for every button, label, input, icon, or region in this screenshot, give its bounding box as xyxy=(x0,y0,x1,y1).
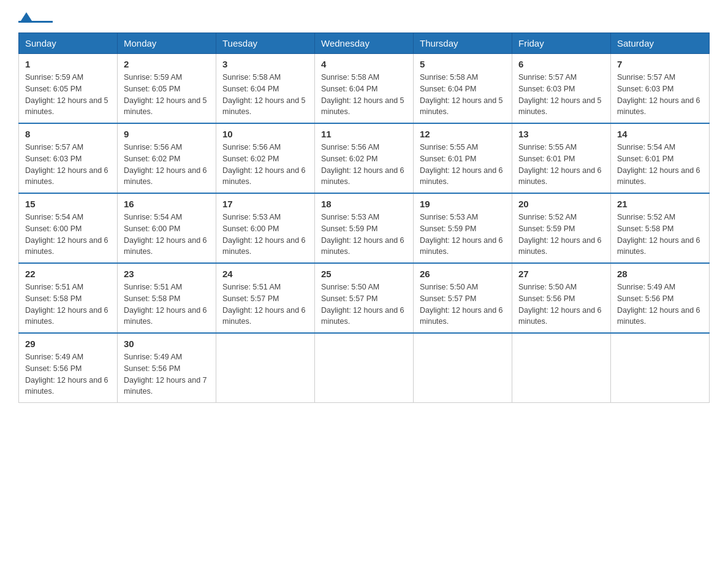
day-number: 3 xyxy=(222,59,308,69)
day-number: 19 xyxy=(420,199,506,209)
day-cell: 17 Sunrise: 5:53 AM Sunset: 6:00 PM Dayl… xyxy=(216,193,315,263)
day-number: 11 xyxy=(321,129,407,139)
day-number: 15 xyxy=(25,199,111,209)
logo xyxy=(18,12,55,23)
header-tuesday: Tuesday xyxy=(216,33,315,54)
day-number: 9 xyxy=(124,129,210,139)
header-saturday: Saturday xyxy=(611,33,710,54)
day-number: 7 xyxy=(617,59,703,69)
day-number: 1 xyxy=(25,59,111,69)
day-cell: 5 Sunrise: 5:58 AM Sunset: 6:04 PM Dayli… xyxy=(414,54,512,124)
day-cell: 23 Sunrise: 5:51 AM Sunset: 5:58 PM Dayl… xyxy=(118,263,216,333)
day-cell: 3 Sunrise: 5:58 AM Sunset: 6:04 PM Dayli… xyxy=(216,54,315,124)
day-info: Sunrise: 5:58 AM Sunset: 6:04 PM Dayligh… xyxy=(321,72,407,118)
day-number: 2 xyxy=(124,59,210,69)
day-cell: 22 Sunrise: 5:51 AM Sunset: 5:58 PM Dayl… xyxy=(19,263,118,333)
day-info: Sunrise: 5:49 AM Sunset: 5:56 PM Dayligh… xyxy=(25,351,111,397)
day-number: 8 xyxy=(25,129,111,139)
day-cell: 10 Sunrise: 5:56 AM Sunset: 6:02 PM Dayl… xyxy=(216,123,315,193)
day-cell: 8 Sunrise: 5:57 AM Sunset: 6:03 PM Dayli… xyxy=(19,123,118,193)
day-number: 16 xyxy=(124,199,210,209)
week-row-2: 8 Sunrise: 5:57 AM Sunset: 6:03 PM Dayli… xyxy=(19,123,710,193)
logo-underline xyxy=(18,21,53,23)
day-cell: 30 Sunrise: 5:49 AM Sunset: 5:56 PM Dayl… xyxy=(118,333,216,403)
day-cell: 28 Sunrise: 5:49 AM Sunset: 5:56 PM Dayl… xyxy=(611,263,710,333)
day-info: Sunrise: 5:56 AM Sunset: 6:02 PM Dayligh… xyxy=(321,142,407,188)
header-wednesday: Wednesday xyxy=(315,33,414,54)
day-number: 14 xyxy=(617,129,703,139)
day-info: Sunrise: 5:50 AM Sunset: 5:57 PM Dayligh… xyxy=(321,282,407,327)
day-cell: 12 Sunrise: 5:55 AM Sunset: 6:01 PM Dayl… xyxy=(414,123,512,193)
day-info: Sunrise: 5:50 AM Sunset: 5:56 PM Dayligh… xyxy=(518,282,604,327)
day-info: Sunrise: 5:57 AM Sunset: 6:03 PM Dayligh… xyxy=(617,72,703,118)
day-cell: 11 Sunrise: 5:56 AM Sunset: 6:02 PM Dayl… xyxy=(315,123,414,193)
day-info: Sunrise: 5:54 AM Sunset: 6:00 PM Dayligh… xyxy=(25,212,111,258)
day-number: 10 xyxy=(222,129,308,139)
day-cell: 19 Sunrise: 5:53 AM Sunset: 5:59 PM Dayl… xyxy=(414,193,512,263)
day-cell: 21 Sunrise: 5:52 AM Sunset: 5:58 PM Dayl… xyxy=(611,193,710,263)
page-header xyxy=(18,12,710,23)
day-cell: 1 Sunrise: 5:59 AM Sunset: 6:05 PM Dayli… xyxy=(19,54,118,124)
day-info: Sunrise: 5:54 AM Sunset: 6:01 PM Dayligh… xyxy=(617,142,703,188)
day-info: Sunrise: 5:53 AM Sunset: 5:59 PM Dayligh… xyxy=(321,212,407,258)
day-info: Sunrise: 5:51 AM Sunset: 5:58 PM Dayligh… xyxy=(124,282,210,327)
day-number: 24 xyxy=(222,269,308,279)
calendar-header: SundayMondayTuesdayWednesdayThursdayFrid… xyxy=(19,33,710,54)
day-number: 23 xyxy=(124,269,210,279)
day-number: 6 xyxy=(518,59,604,69)
day-cell: 7 Sunrise: 5:57 AM Sunset: 6:03 PM Dayli… xyxy=(611,54,710,124)
day-cell xyxy=(315,333,414,403)
day-cell: 9 Sunrise: 5:56 AM Sunset: 6:02 PM Dayli… xyxy=(118,123,216,193)
day-info: Sunrise: 5:51 AM Sunset: 5:57 PM Dayligh… xyxy=(222,282,308,327)
week-row-4: 22 Sunrise: 5:51 AM Sunset: 5:58 PM Dayl… xyxy=(19,263,710,333)
day-info: Sunrise: 5:50 AM Sunset: 5:57 PM Dayligh… xyxy=(420,282,506,327)
day-info: Sunrise: 5:55 AM Sunset: 6:01 PM Dayligh… xyxy=(518,142,604,188)
svg-marker-0 xyxy=(21,12,32,21)
day-number: 20 xyxy=(518,199,604,209)
day-info: Sunrise: 5:52 AM Sunset: 5:59 PM Dayligh… xyxy=(518,212,604,258)
day-cell: 6 Sunrise: 5:57 AM Sunset: 6:03 PM Dayli… xyxy=(512,54,611,124)
day-number: 30 xyxy=(124,339,210,349)
day-info: Sunrise: 5:49 AM Sunset: 5:56 PM Dayligh… xyxy=(124,351,210,397)
day-number: 13 xyxy=(518,129,604,139)
header-thursday: Thursday xyxy=(414,33,512,54)
day-info: Sunrise: 5:58 AM Sunset: 6:04 PM Dayligh… xyxy=(222,72,308,118)
day-info: Sunrise: 5:56 AM Sunset: 6:02 PM Dayligh… xyxy=(222,142,308,188)
day-cell: 14 Sunrise: 5:54 AM Sunset: 6:01 PM Dayl… xyxy=(611,123,710,193)
day-info: Sunrise: 5:57 AM Sunset: 6:03 PM Dayligh… xyxy=(518,72,604,118)
day-cell: 26 Sunrise: 5:50 AM Sunset: 5:57 PM Dayl… xyxy=(414,263,512,333)
calendar-table: SundayMondayTuesdayWednesdayThursdayFrid… xyxy=(18,33,710,403)
day-info: Sunrise: 5:57 AM Sunset: 6:03 PM Dayligh… xyxy=(25,142,111,188)
day-number: 29 xyxy=(25,339,111,349)
calendar-body: 1 Sunrise: 5:59 AM Sunset: 6:05 PM Dayli… xyxy=(19,54,710,403)
day-number: 17 xyxy=(222,199,308,209)
header-row: SundayMondayTuesdayWednesdayThursdayFrid… xyxy=(19,33,710,54)
week-row-1: 1 Sunrise: 5:59 AM Sunset: 6:05 PM Dayli… xyxy=(19,54,710,124)
day-cell: 20 Sunrise: 5:52 AM Sunset: 5:59 PM Dayl… xyxy=(512,193,611,263)
week-row-3: 15 Sunrise: 5:54 AM Sunset: 6:00 PM Dayl… xyxy=(19,193,710,263)
header-monday: Monday xyxy=(118,33,216,54)
day-cell: 13 Sunrise: 5:55 AM Sunset: 6:01 PM Dayl… xyxy=(512,123,611,193)
day-cell xyxy=(414,333,512,403)
day-cell xyxy=(216,333,315,403)
day-cell: 29 Sunrise: 5:49 AM Sunset: 5:56 PM Dayl… xyxy=(19,333,118,403)
day-number: 12 xyxy=(420,129,506,139)
day-info: Sunrise: 5:53 AM Sunset: 5:59 PM Dayligh… xyxy=(420,212,506,258)
day-number: 28 xyxy=(617,269,703,279)
day-info: Sunrise: 5:59 AM Sunset: 6:05 PM Dayligh… xyxy=(25,72,111,118)
day-number: 5 xyxy=(420,59,506,69)
day-info: Sunrise: 5:59 AM Sunset: 6:05 PM Dayligh… xyxy=(124,72,210,118)
day-cell: 18 Sunrise: 5:53 AM Sunset: 5:59 PM Dayl… xyxy=(315,193,414,263)
day-cell: 2 Sunrise: 5:59 AM Sunset: 6:05 PM Dayli… xyxy=(118,54,216,124)
day-info: Sunrise: 5:58 AM Sunset: 6:04 PM Dayligh… xyxy=(420,72,506,118)
day-number: 26 xyxy=(420,269,506,279)
day-info: Sunrise: 5:49 AM Sunset: 5:56 PM Dayligh… xyxy=(617,282,703,327)
day-info: Sunrise: 5:51 AM Sunset: 5:58 PM Dayligh… xyxy=(25,282,111,327)
day-info: Sunrise: 5:56 AM Sunset: 6:02 PM Dayligh… xyxy=(124,142,210,188)
day-info: Sunrise: 5:54 AM Sunset: 6:00 PM Dayligh… xyxy=(124,212,210,258)
day-number: 25 xyxy=(321,269,407,279)
header-sunday: Sunday xyxy=(19,33,118,54)
day-number: 22 xyxy=(25,269,111,279)
day-info: Sunrise: 5:52 AM Sunset: 5:58 PM Dayligh… xyxy=(617,212,703,258)
header-friday: Friday xyxy=(512,33,611,54)
